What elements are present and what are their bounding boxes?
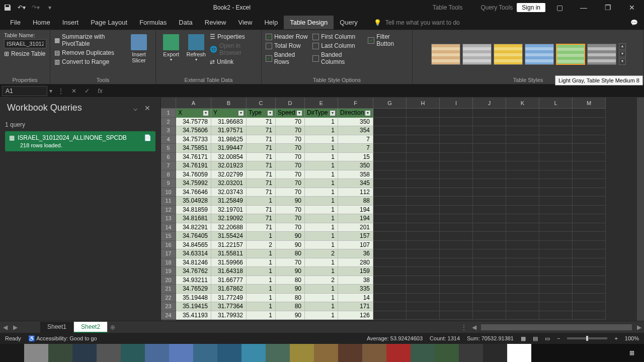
col-header[interactable]: F xyxy=(338,98,373,109)
row-header[interactable]: 7 xyxy=(161,161,176,170)
unlink-button[interactable]: ⇄Unlink xyxy=(210,57,257,66)
fx-icon[interactable]: fx xyxy=(94,87,107,95)
total-row-checkbox[interactable] xyxy=(266,43,272,49)
menu-view[interactable]: View xyxy=(232,16,258,29)
save-icon[interactable] xyxy=(2,2,13,13)
table-header-x[interactable]: X▾ xyxy=(176,109,211,118)
table-row[interactable]: 34.8124631.599661701280 xyxy=(176,258,637,267)
start-icon[interactable]: ⊞ xyxy=(620,344,644,362)
col-header[interactable]: I xyxy=(440,98,473,109)
col-header[interactable]: H xyxy=(407,98,440,109)
row-header[interactable]: 16 xyxy=(161,241,176,250)
col-header[interactable]: C xyxy=(247,98,276,109)
col-header[interactable]: E xyxy=(305,98,338,109)
table-header-type[interactable]: Type▾ xyxy=(247,109,276,118)
taskbar-item[interactable] xyxy=(411,344,435,362)
styles-scroll-up[interactable]: ▴ xyxy=(619,43,626,50)
zoom-out-icon[interactable]: − xyxy=(557,335,560,341)
table-row[interactable]: 34.7617132.008547170115 xyxy=(176,153,637,162)
hscroll-left-icon[interactable]: ◀ xyxy=(469,324,479,331)
col-header[interactable]: M xyxy=(573,98,606,109)
col-header[interactable]: J xyxy=(473,98,506,109)
taskbar-item[interactable] xyxy=(483,344,507,362)
filter-dropdown-icon[interactable]: ▾ xyxy=(267,110,273,116)
col-header[interactable]: B xyxy=(211,98,247,109)
cancel-formula-icon[interactable]: ✕ xyxy=(67,87,80,95)
remove-duplicates-button[interactable]: ▤Remove Duplicates xyxy=(54,48,124,57)
taskbar-item[interactable] xyxy=(0,344,24,362)
table-row[interactable]: 35.1944831.77249180114 xyxy=(176,294,637,303)
redo-icon[interactable]: ↷▾ xyxy=(30,2,41,13)
row-header[interactable]: 24 xyxy=(161,311,176,320)
menu-help[interactable]: Help xyxy=(258,16,284,29)
queries-collapse-icon[interactable]: ⌵ xyxy=(129,104,141,112)
row-header[interactable]: 1 xyxy=(161,109,176,118)
row-header[interactable]: 22 xyxy=(161,294,176,303)
taskbar-item[interactable] xyxy=(290,344,314,362)
maximize-icon[interactable]: ❐ xyxy=(598,1,618,15)
taskbar-item[interactable] xyxy=(48,344,72,362)
zoom-slider[interactable] xyxy=(567,337,607,339)
row-header[interactable]: 20 xyxy=(161,276,176,285)
table-row[interactable]: 34.7560631.9757171701354 xyxy=(176,126,637,135)
banded-columns-checkbox[interactable] xyxy=(312,55,319,62)
hscroll-right-icon[interactable]: ▶ xyxy=(634,324,644,331)
taskbar-item[interactable] xyxy=(507,344,531,362)
table-style-1[interactable] xyxy=(431,44,460,65)
taskbar-item[interactable] xyxy=(169,344,193,362)
taskbar-item[interactable] xyxy=(459,344,483,362)
table-row[interactable]: 34.7640531.554241901157 xyxy=(176,232,637,241)
row-header[interactable]: 18 xyxy=(161,258,176,267)
menu-table-design[interactable]: Table Design xyxy=(284,16,334,29)
table-row[interactable]: 35.4119331.799321901126 xyxy=(176,311,637,320)
horizontal-scrollbar[interactable] xyxy=(481,324,632,330)
taskbar-item[interactable] xyxy=(217,344,242,362)
query-item[interactable]: ▦ISRAEL_31012024_ALLINONE_SPCDB📄 218 row… xyxy=(5,131,155,151)
convert-range-button[interactable]: ▥Convert to Range xyxy=(54,57,124,66)
table-style-3[interactable] xyxy=(494,44,523,65)
add-sheet-icon[interactable]: ⊕ xyxy=(108,324,118,331)
taskbar-item[interactable] xyxy=(145,344,169,362)
styles-more[interactable]: ▾ xyxy=(619,58,626,65)
zoom-in-icon[interactable]: + xyxy=(614,335,617,341)
table-row[interactable]: 34.9321131.66777180238 xyxy=(176,276,637,285)
filter-dropdown-icon[interactable]: ▾ xyxy=(296,110,302,116)
signin-button[interactable]: Sign in xyxy=(517,3,545,12)
taskbar-item[interactable] xyxy=(338,344,362,362)
row-header[interactable]: 19 xyxy=(161,267,176,276)
refresh-button[interactable]: Refresh▾ xyxy=(184,32,208,64)
table-header-dirtype[interactable]: DirType▾ xyxy=(305,109,338,118)
taskbar-item[interactable] xyxy=(266,344,290,362)
taskbar-item[interactable] xyxy=(121,344,145,362)
banded-rows-checkbox[interactable]: ✓ xyxy=(266,55,272,62)
row-header[interactable]: 17 xyxy=(161,249,176,258)
menu-insert[interactable]: Insert xyxy=(56,16,85,29)
resize-table-button[interactable]: ⊞Resize Table xyxy=(4,49,45,58)
taskbar-item[interactable] xyxy=(24,344,48,362)
col-header[interactable]: D xyxy=(276,98,305,109)
row-header[interactable]: 10 xyxy=(161,188,176,197)
col-header[interactable]: A xyxy=(176,98,211,109)
vertical-scrollbar[interactable] xyxy=(637,98,644,321)
taskbar-item[interactable] xyxy=(193,344,217,362)
filter-dropdown-icon[interactable]: ▾ xyxy=(238,110,244,116)
table-row[interactable]: 35.0492831.25849190188 xyxy=(176,197,637,206)
first-column-checkbox[interactable] xyxy=(312,34,319,40)
table-row[interactable]: 34.7577831.9668371701350 xyxy=(176,118,637,127)
row-header[interactable]: 11 xyxy=(161,197,176,206)
styles-scroll-down[interactable]: ▾ xyxy=(619,51,626,57)
comments-icon[interactable]: 💬 xyxy=(624,19,644,26)
summarize-pivottable-button[interactable]: ▦Summarize with PivotTable xyxy=(54,32,124,48)
taskbar-item[interactable] xyxy=(97,344,121,362)
queries-close-icon[interactable]: ✕ xyxy=(141,104,153,112)
sheet-tab-sheet1[interactable]: Sheet1 xyxy=(40,322,74,333)
taskbar-item[interactable] xyxy=(242,344,266,362)
menu-formulas[interactable]: Formulas xyxy=(133,16,173,29)
filter-dropdown-icon[interactable]: ▾ xyxy=(203,110,209,116)
taskbar-item[interactable] xyxy=(362,344,386,362)
table-row[interactable]: 34.8185932.1970171701194 xyxy=(176,206,637,215)
col-header[interactable]: K xyxy=(506,98,539,109)
tab-prev-icon[interactable]: ◀ xyxy=(0,324,10,331)
table-style-2[interactable] xyxy=(462,44,492,65)
menu-query[interactable]: Query xyxy=(334,16,363,29)
